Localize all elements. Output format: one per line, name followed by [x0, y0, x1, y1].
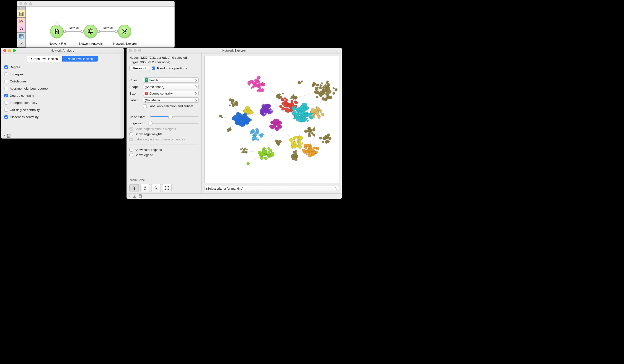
help-icon[interactable]: ?: [3, 134, 5, 138]
edge-label: Network: [103, 26, 113, 29]
marking-criteria-select[interactable]: (Select criteria for marking): [205, 186, 339, 191]
svg-point-1200: [303, 150, 306, 153]
workflow-node-network-file[interactable]: !: [50, 25, 63, 38]
display-opt-checkbox[interactable]: [129, 148, 133, 152]
index-checkbox-degree[interactable]: [4, 65, 8, 69]
svg-point-879: [298, 119, 302, 122]
network-graph-view[interactable]: [205, 56, 339, 183]
canvas-surface[interactable]: Network Network ! Network File Network A…: [26, 7, 175, 48]
svg-point-1190: [304, 144, 307, 147]
color-select[interactable]: C best tag: [143, 77, 199, 83]
svg-point-1188: [314, 146, 316, 149]
index-checkbox-closeness-centrality[interactable]: [4, 115, 8, 119]
size-select[interactable]: N Degree centrality: [143, 91, 199, 96]
index-checkbox-average-neighbour-degree[interactable]: [4, 87, 8, 90]
edge-opt-checkbox[interactable]: [129, 132, 133, 136]
fullscreen-tool-button[interactable]: [162, 184, 172, 192]
svg-point-1133: [262, 151, 265, 153]
svg-point-1024: [257, 139, 259, 141]
index-label: Out-degree centrality: [10, 108, 40, 112]
table-icon[interactable]: [17, 10, 26, 18]
node-size-slider[interactable]: [150, 116, 199, 117]
network-icon[interactable]: [17, 40, 26, 48]
traffic-min-icon[interactable]: [134, 49, 136, 52]
traffic-max-icon[interactable]: [29, 2, 32, 5]
svg-point-915: [316, 107, 319, 109]
svg-point-1229: [247, 164, 249, 165]
svg-point-1215: [295, 150, 297, 152]
pointer-tool-button[interactable]: [129, 184, 139, 192]
ne-titlebar[interactable]: Network Explorer: [127, 48, 342, 53]
index-checkbox-out-degree[interactable]: [4, 80, 8, 83]
hand-tool-button[interactable]: [140, 184, 150, 192]
traffic-close-icon[interactable]: [20, 2, 22, 5]
canvas-titlebar[interactable]: [17, 1, 175, 7]
svg-point-1166: [295, 145, 298, 147]
report-icon[interactable]: [139, 194, 142, 198]
tab-node-level[interactable]: Node-level indices: [62, 56, 98, 62]
svg-point-20: [56, 31, 57, 32]
tree-icon[interactable]: [17, 25, 26, 33]
labelattr-label: Label:: [129, 98, 141, 102]
svg-point-1096: [234, 103, 236, 105]
svg-point-890: [297, 108, 300, 111]
svg-point-1161: [299, 136, 303, 140]
traffic-min-icon[interactable]: [24, 2, 27, 5]
sidebar-collapse-icon[interactable]: »: [17, 6, 26, 10]
traffic-max-icon[interactable]: [138, 49, 141, 52]
labelattr-select[interactable]: (No labels): [143, 97, 199, 103]
svg-point-876: [292, 108, 295, 111]
svg-point-1010: [238, 113, 242, 116]
svg-point-1: [21, 21, 21, 22]
relayout-button[interactable]: Re-layout: [129, 66, 150, 71]
svg-point-1213: [293, 154, 294, 155]
index-checkbox-in-degree[interactable]: [4, 73, 8, 76]
randomize-checkbox[interactable]: [152, 67, 155, 70]
svg-point-919: [320, 110, 322, 113]
workflow-node-label: Network File: [48, 42, 67, 45]
zoom-tool-button[interactable]: [151, 184, 161, 192]
traffic-max-icon[interactable]: [13, 49, 16, 52]
network-explorer-window: Network Explorer Nodes: 1239 (0.31 per e…: [127, 48, 342, 199]
traffic-close-icon[interactable]: [129, 49, 132, 52]
svg-point-1227: [243, 149, 245, 151]
label-only-selection-label: Label only selection and subset: [148, 104, 193, 108]
svg-point-1270: [279, 140, 282, 143]
shape-select[interactable]: (Same shape): [143, 84, 199, 89]
svg-point-1056: [250, 110, 254, 114]
traffic-min-icon[interactable]: [8, 49, 11, 52]
scatter-icon[interactable]: [17, 18, 26, 25]
edge-width-slider[interactable]: [150, 122, 199, 123]
workflow-node-network-explorer[interactable]: [118, 25, 131, 38]
heatmap-icon[interactable]: ××: [17, 33, 26, 40]
svg-point-1195: [312, 151, 315, 155]
svg-point-888: [298, 111, 301, 115]
index-checkbox-degree-centrality[interactable]: [4, 94, 8, 97]
label-only-selection-checkbox[interactable]: [143, 104, 147, 108]
edge-opt-checkbox: [129, 138, 133, 141]
tab-graph-level[interactable]: Graph-level indices: [27, 56, 62, 62]
svg-point-818: [307, 118, 309, 119]
svg-point-679: [315, 91, 318, 94]
help-icon[interactable]: ?: [129, 194, 130, 198]
svg-point-720: [279, 94, 281, 96]
index-checkbox-out-degree-centrality[interactable]: [4, 108, 8, 112]
traffic-close-icon[interactable]: [3, 49, 6, 52]
svg-point-1263: [326, 136, 329, 139]
svg-point-702: [313, 82, 315, 84]
na-titlebar[interactable]: Network Analysis: [1, 48, 124, 53]
svg-point-1163: [302, 142, 303, 144]
edge-label: Network: [69, 26, 79, 29]
report-icon[interactable]: [7, 134, 10, 138]
svg-point-1070: [275, 128, 278, 131]
save-icon[interactable]: [133, 194, 136, 198]
svg-point-874: [301, 116, 303, 118]
svg-point-1231: [249, 163, 250, 164]
workflow-node-network-analysis[interactable]: [84, 25, 97, 38]
svg-point-1136: [270, 152, 274, 156]
display-opt-checkbox[interactable]: [129, 153, 133, 157]
svg-point-710: [299, 82, 300, 83]
svg-point-709: [301, 81, 303, 82]
svg-point-1197: [309, 146, 312, 148]
index-checkbox-in-degree-centrality[interactable]: [4, 101, 8, 104]
